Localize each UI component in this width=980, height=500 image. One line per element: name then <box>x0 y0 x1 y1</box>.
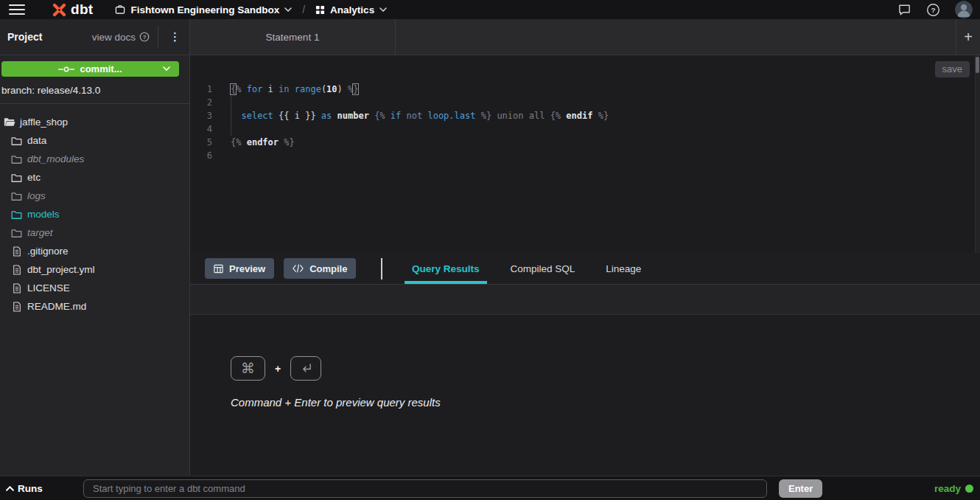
results-subheader <box>190 285 980 315</box>
line-number: 2 <box>190 96 217 109</box>
chevron-down-icon <box>379 7 387 12</box>
chat-icon[interactable] <box>897 3 911 16</box>
editor-tab-label: Statement 1 <box>266 32 320 43</box>
tree-item-label: LICENSE <box>27 282 70 294</box>
status-indicator: ready <box>934 483 973 494</box>
dbt-command-input[interactable] <box>83 479 767 498</box>
view-docs-link[interactable]: view docs ? <box>92 32 150 43</box>
command-key-icon: ⌘ <box>231 356 265 381</box>
editor-tab-bar: Statement 1 + <box>190 19 980 55</box>
editor-tab-statement-1[interactable]: Statement 1 <box>190 19 396 55</box>
tree-item-label: README.md <box>27 301 86 312</box>
code-line: 6 <box>190 149 980 162</box>
tree-item-label: jaffle_shop <box>20 117 68 128</box>
tree-item-jaffle_shop[interactable]: jaffle_shop <box>0 113 189 131</box>
status-bar: Runs Enter ready <box>0 476 980 500</box>
tree-item-label: logs <box>27 190 46 201</box>
tree-item-dbt_modules[interactable]: dbt_modules <box>0 150 189 168</box>
dbt-logo[interactable]: dbt <box>52 2 93 18</box>
account-menu-label: Fishtown Engineering Sandbox <box>130 4 279 15</box>
folder-icon <box>10 191 23 201</box>
tree-item-etc[interactable]: etc <box>0 168 189 187</box>
code-icon <box>293 264 304 273</box>
folder-icon <box>10 209 23 219</box>
tree-item-logs[interactable]: logs <box>0 187 189 205</box>
runs-toggle[interactable]: Runs <box>6 483 77 494</box>
folder-icon <box>10 228 23 237</box>
tab-query-results[interactable]: Query Results <box>405 253 487 284</box>
scrollbar-thumb[interactable] <box>976 57 979 73</box>
table-icon <box>214 264 223 274</box>
tab-lineage[interactable]: Lineage <box>598 253 648 284</box>
status-label: ready <box>934 483 961 494</box>
preview-button[interactable]: Preview <box>205 258 274 279</box>
chevron-down-icon <box>284 7 292 12</box>
git-commit-icon <box>58 66 74 73</box>
shortcut-hint: ⌘ + Command + Enter to preview query res… <box>231 356 441 409</box>
help-icon[interactable]: ? <box>926 3 940 17</box>
dbt-logo-icon <box>52 2 67 18</box>
tree-item-models[interactable]: models <box>0 205 189 223</box>
command-key-glyph: ⌘ <box>241 361 255 375</box>
folder-open-icon <box>3 117 15 127</box>
header-divider <box>158 26 158 48</box>
chevron-up-icon <box>6 486 14 491</box>
compile-button[interactable]: Compile <box>284 258 356 279</box>
code-editor[interactable]: save 1{% for i in range(10) %}2 3 select… <box>190 55 980 253</box>
tree-item-dbt_project.yml[interactable]: dbt_project.yml <box>0 260 189 279</box>
project-menu-label: Analytics <box>330 4 374 15</box>
folder-icon <box>10 173 23 182</box>
sidebar-title: Project <box>7 31 42 43</box>
code-line: 4 <box>190 122 980 136</box>
commit-button-label: commit... <box>80 63 122 74</box>
view-docs-label: view docs <box>92 32 136 43</box>
project-menu[interactable]: Analytics <box>315 4 387 15</box>
sidebar-menu-icon[interactable]: ⋮ <box>167 30 183 44</box>
tree-item-README.md[interactable]: README.md <box>0 297 189 316</box>
toolbar-divider <box>381 258 382 279</box>
editor-scrollbar[interactable] <box>975 55 980 253</box>
user-avatar[interactable] <box>955 1 973 18</box>
runs-label: Runs <box>18 483 43 494</box>
account-menu[interactable]: Fishtown Engineering Sandbox <box>115 4 292 15</box>
top-bar: dbt Fishtown Engineering Sandbox / Analy… <box>0 0 980 19</box>
tree-item-LICENSE[interactable]: LICENSE <box>0 279 189 297</box>
grid-icon <box>315 5 325 15</box>
file-icon <box>10 246 23 257</box>
enter-button[interactable]: Enter <box>779 479 822 498</box>
code-text <box>217 122 236 136</box>
tree-item-label: data <box>27 135 46 146</box>
file-icon <box>10 283 23 294</box>
line-number: 5 <box>190 136 217 149</box>
hamburger-menu-icon[interactable] <box>9 4 25 15</box>
tab-compiled-sql[interactable]: Compiled SQL <box>503 253 583 284</box>
svg-text:?: ? <box>143 34 147 41</box>
tree-item-data[interactable]: data <box>0 131 189 150</box>
folder-icon <box>10 154 23 164</box>
preview-button-label: Preview <box>229 263 265 274</box>
save-button[interactable]: save <box>935 61 970 77</box>
compile-button-label: Compile <box>309 263 347 274</box>
code-text <box>217 96 236 109</box>
line-number: 6 <box>190 149 217 162</box>
file-icon <box>10 302 23 312</box>
code-text: {% endfor %} <box>217 136 295 149</box>
code-area: 1{% for i in range(10) %}2 3 select {{ i… <box>190 55 980 162</box>
results-toolbar: Preview Compile Query ResultsCompiled SQ… <box>190 253 980 285</box>
tree-item-.gitignore[interactable]: .gitignore <box>0 242 189 260</box>
dbt-logo-text: dbt <box>71 2 93 16</box>
briefcase-icon <box>115 4 125 15</box>
new-tab-button[interactable]: + <box>956 19 980 55</box>
commit-button[interactable]: commit... <box>1 61 179 77</box>
tree-item-label: .gitignore <box>27 246 69 257</box>
tree-item-target[interactable]: target <box>0 223 189 242</box>
line-number: 4 <box>190 122 217 136</box>
tree-item-label: target <box>27 227 53 238</box>
tree-item-label: etc <box>27 172 41 183</box>
branch-label: branch: release/4.13.0 <box>1 85 189 96</box>
hint-text: Command + Enter to preview query results <box>231 396 441 409</box>
query-results-panel: ⌘ + Command + Enter to preview query res… <box>190 315 980 476</box>
tree-item-label: dbt_modules <box>27 153 84 164</box>
file-icon <box>10 265 23 275</box>
code-line: 1{% for i in range(10) %} <box>190 83 980 96</box>
